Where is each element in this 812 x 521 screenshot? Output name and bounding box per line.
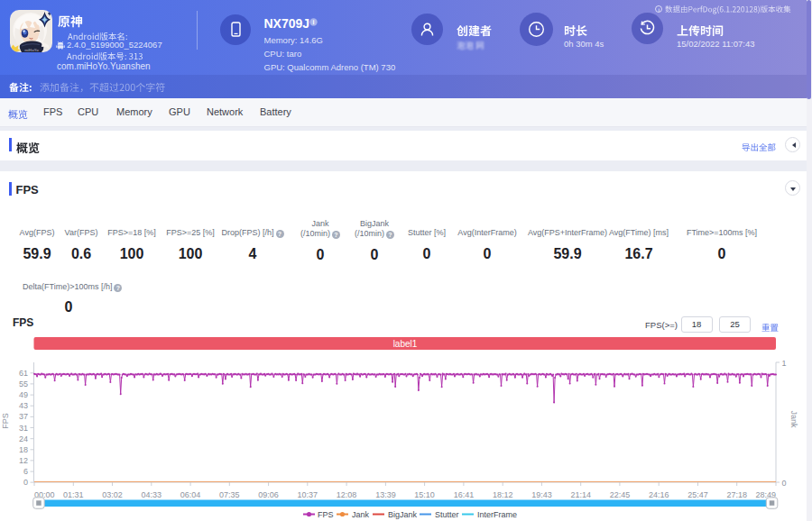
svg-text:49: 49 xyxy=(19,390,28,399)
svg-text:22:45: 22:45 xyxy=(610,490,631,499)
svg-text:24:16: 24:16 xyxy=(649,490,669,499)
svg-text:12:08: 12:08 xyxy=(337,490,357,499)
svg-text:18:12: 18:12 xyxy=(493,490,513,499)
svg-text:27:18: 27:18 xyxy=(726,490,747,499)
svg-text:19:43: 19:43 xyxy=(531,490,552,499)
svg-text:43: 43 xyxy=(19,401,28,410)
svg-text:31: 31 xyxy=(19,424,28,433)
svg-text:61: 61 xyxy=(19,369,28,378)
svg-text:24: 24 xyxy=(19,434,28,443)
svg-text:Jank: Jank xyxy=(789,410,798,428)
svg-text:1: 1 xyxy=(782,359,787,368)
svg-text:InterFrame: InterFrame xyxy=(477,510,517,519)
svg-text:miHoYo: miHoYo xyxy=(24,48,39,52)
svg-text:18: 18 xyxy=(19,445,28,454)
svg-text:06:04: 06:04 xyxy=(180,490,201,499)
svg-text:37: 37 xyxy=(19,412,28,421)
svg-text:55: 55 xyxy=(19,379,28,388)
svg-text:01:31: 01:31 xyxy=(63,490,84,499)
svg-text:0: 0 xyxy=(23,478,28,487)
svg-text:03:02: 03:02 xyxy=(102,490,123,499)
svg-text:07:35: 07:35 xyxy=(219,490,240,499)
svg-text:FPS: FPS xyxy=(318,510,334,519)
svg-text:0: 0 xyxy=(782,479,787,488)
svg-text:6: 6 xyxy=(23,467,28,476)
svg-text:25:47: 25:47 xyxy=(687,490,708,499)
svg-text:04:33: 04:33 xyxy=(142,490,162,499)
svg-text:12: 12 xyxy=(19,456,28,465)
svg-text:13:39: 13:39 xyxy=(375,490,396,499)
svg-text:21:14: 21:14 xyxy=(570,490,591,499)
svg-text:BigJank: BigJank xyxy=(388,510,418,519)
svg-text:16:41: 16:41 xyxy=(454,490,475,499)
svg-text:15:10: 15:10 xyxy=(414,490,435,499)
svg-text:10:37: 10:37 xyxy=(298,490,318,499)
svg-text:FPS: FPS xyxy=(1,413,10,429)
svg-text:Stutter: Stutter xyxy=(435,510,459,519)
svg-text:i: i xyxy=(313,19,315,25)
svg-text:Jank: Jank xyxy=(352,510,370,519)
svg-text:label1: label1 xyxy=(393,339,418,349)
svg-text:09:06: 09:06 xyxy=(258,490,279,499)
